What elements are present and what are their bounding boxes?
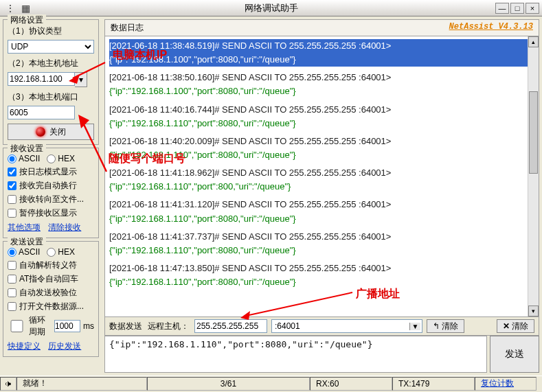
- recv-autonewline-check[interactable]: 接收完自动换行: [8, 180, 94, 192]
- recv-ascii-radio[interactable]: ASCII: [8, 154, 40, 163]
- brand-label: NetAssist V4.3.13: [449, 22, 533, 34]
- port-input[interactable]: [8, 106, 75, 119]
- log-body: {"ip":"192.168.1.110","port":8080,"uri":…: [109, 212, 534, 226]
- host-dropdown-icon[interactable]: ▾: [75, 72, 87, 87]
- log-tab[interactable]: 数据日志: [111, 22, 144, 34]
- send-history-link[interactable]: 历史发送: [48, 341, 81, 351]
- scroll-down-icon[interactable]: ▾: [528, 305, 539, 316]
- send-checksum-check[interactable]: 自动发送校验位: [8, 287, 94, 299]
- log-timestamp: [2021-06-18 11:38:48.519]# SEND ASCII TO…: [109, 39, 534, 53]
- recv-settings-group: 接收设置 ASCII HEX 按日志模式显示 接收完自动换行 接收转向至文件..…: [3, 148, 99, 238]
- sidebar: 网络设置 （1）协议类型 UDP （2）本地主机地址 ▾ （3）本地主机端口 关…: [0, 16, 102, 376]
- send-shortcut-link[interactable]: 快捷定义: [8, 341, 41, 351]
- maximize-button[interactable]: □: [510, 3, 524, 14]
- right-pane: 数据日志 NetAssist V4.3.13 [2021-06-18 11:38…: [102, 16, 542, 376]
- log-timestamp: [2021-06-18 11:41:31.120]# SEND ASCII TO…: [109, 198, 534, 211]
- log-body: {"ip":"192.168.1.110","port":800,"uri":"…: [109, 180, 534, 194]
- host-input[interactable]: [8, 72, 75, 86]
- log-body: {"ip":"192.168.1.110","port":8080,"uri":…: [109, 244, 534, 257]
- send-header: 数据发送 远程主机： :64001▼ ↰清除 ✕清除: [104, 317, 539, 336]
- status-ready: 就绪！: [16, 377, 147, 391]
- close-connection-button[interactable]: 关闭: [8, 124, 94, 140]
- send-ascii-radio[interactable]: ASCII: [8, 247, 40, 257]
- network-settings-group: 网络设置 （1）协议类型 UDP （2）本地主机地址 ▾ （3）本地主机端口 关…: [3, 19, 99, 145]
- recv-settings-title: 接收设置: [8, 143, 46, 154]
- status-icon: 🕩: [0, 377, 16, 391]
- log-body: {"ip":"192.168.1.110","port":8080,"uri":…: [109, 148, 534, 162]
- log-timestamp: [2021-06-18 11:47:13.850]# SEND ASCII TO…: [109, 262, 534, 275]
- status-rx: RX:60: [310, 377, 392, 391]
- send-settings-title: 发送设置: [8, 236, 46, 248]
- recv-pause-check[interactable]: 暂停接收区显示: [8, 207, 94, 219]
- network-settings-title: 网络设置: [8, 14, 46, 26]
- status-pos: 3/61: [147, 377, 310, 391]
- send-tab[interactable]: 数据发送: [109, 321, 142, 332]
- statusbar: 🕩 就绪！ 3/61 RX:60 TX:1479 复位计数: [0, 376, 542, 391]
- log-area[interactable]: [2021-06-18 11:38:48.519]# SEND ASCII TO…: [104, 36, 539, 317]
- send-hex-radio[interactable]: HEX: [47, 247, 75, 257]
- remote-host-label: 远程主机：: [148, 321, 189, 332]
- log-body: {"ip":"192.168.1.110","port":8080,"uri":…: [109, 275, 534, 289]
- log-body: {"ip":"192.168.1.100","port":8080,"uri":…: [109, 84, 534, 98]
- send-atcr-check[interactable]: AT指令自动回车: [8, 273, 94, 285]
- send-button[interactable]: 发送: [490, 336, 539, 373]
- log-scrollbar[interactable]: ▴ ▾: [528, 36, 539, 316]
- log-body: {"ip":"192.168.1.100","port":8080,"uri":…: [109, 53, 534, 67]
- status-dot-icon: [36, 127, 45, 137]
- recv-tofile-check[interactable]: 接收转向至文件...: [8, 194, 94, 205]
- protocol-label: （1）协议类型: [8, 25, 94, 37]
- titlebar: ⋮ ▦ 网络调试助手 — □ ×: [0, 0, 542, 16]
- log-body: {"ip":"192.168.1.110","port":8080,"uri":…: [109, 117, 534, 130]
- status-reset-link[interactable]: 复位计数: [475, 377, 537, 391]
- recv-logmode-check[interactable]: 按日志模式显示: [8, 166, 94, 178]
- close-button[interactable]: ×: [526, 3, 539, 14]
- caret-left-icon: ↰: [433, 321, 440, 331]
- log-timestamp: [2021-06-18 11:38:50.160]# SEND ASCII TO…: [109, 71, 534, 84]
- log-timestamp: [2021-06-18 11:40:16.744]# SEND ASCII TO…: [109, 103, 534, 117]
- log-timestamp: [2021-06-18 11:41:18.962]# SEND ASCII TO…: [109, 166, 534, 180]
- clear-send-button[interactable]: ✕清除: [497, 319, 534, 333]
- clear-host-button[interactable]: ↰清除: [427, 319, 464, 333]
- send-settings-group: 发送设置 ASCII HEX 自动解析转义符 AT指令自动回车 自动发送校验位 …: [3, 241, 99, 357]
- remote-host-input[interactable]: [194, 319, 267, 333]
- log-timestamp: [2021-06-18 11:41:37.737]# SEND ASCII TO…: [109, 230, 534, 244]
- remote-port-select[interactable]: :64001▼: [271, 319, 422, 333]
- send-textarea[interactable]: {"ip":"192.168.1.110","port":8080,"uri":…: [104, 336, 487, 373]
- app-icon: ▦: [18, 3, 33, 14]
- recv-clear-link[interactable]: 清除接收: [48, 222, 81, 232]
- window-title: 网络调试助手: [245, 2, 298, 14]
- recv-hex-radio[interactable]: HEX: [47, 154, 75, 163]
- close-icon: ✕: [503, 321, 510, 331]
- send-escape-check[interactable]: 自动解析转义符: [8, 260, 94, 271]
- scroll-thumb[interactable]: [529, 91, 538, 174]
- protocol-select[interactable]: UDP: [8, 40, 94, 54]
- port-label: （3）本地主机端口: [8, 91, 94, 103]
- sysmenu-icon[interactable]: ⋮: [3, 3, 18, 14]
- send-cycle-check[interactable]: 循环周期ms: [8, 314, 94, 338]
- cycle-input[interactable]: [54, 320, 80, 332]
- host-label: （2）本地主机地址: [8, 58, 94, 69]
- recv-other-link[interactable]: 其他选项: [8, 222, 41, 232]
- status-tx: TX:1479: [392, 377, 475, 391]
- scroll-up-icon[interactable]: ▴: [528, 36, 539, 47]
- log-timestamp: [2021-06-18 11:40:20.009]# SEND ASCII TO…: [109, 135, 534, 148]
- send-openfile-check[interactable]: 打开文件数据源...: [8, 301, 94, 312]
- minimize-button[interactable]: —: [495, 3, 509, 14]
- chevron-down-icon[interactable]: ▼: [409, 323, 420, 330]
